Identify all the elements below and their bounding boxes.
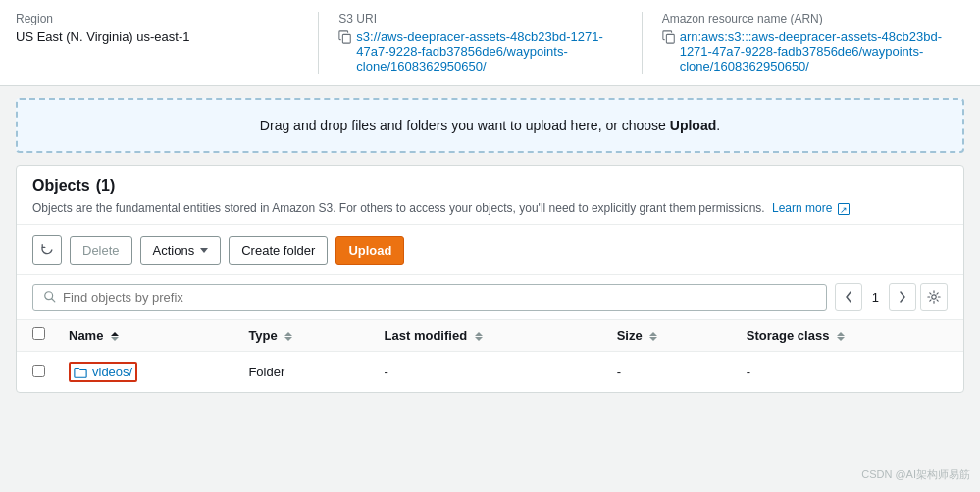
s3uri-label: S3 URI	[338, 12, 621, 25]
folder-link-highlighted[interactable]: videos/	[69, 362, 137, 382]
arn-label: Amazon resource name (ARN)	[662, 12, 945, 25]
prev-page-button[interactable]	[835, 283, 862, 311]
arn-section: Amazon resource name (ARN) arn:aws:s3:::…	[662, 12, 964, 74]
create-folder-button[interactable]: Create folder	[229, 236, 328, 265]
upload-button[interactable]: Upload	[335, 236, 404, 265]
svg-rect-1	[666, 34, 674, 43]
table-row: videos/ Folder - - -	[17, 352, 963, 393]
refresh-button[interactable]	[32, 235, 62, 265]
row-name-cell: videos/	[53, 352, 232, 393]
delete-button[interactable]: Delete	[70, 236, 132, 265]
search-icon	[43, 290, 57, 304]
col-type[interactable]: Type	[232, 320, 368, 352]
region-section: Region US East (N. Virginia) us-east-1	[16, 12, 319, 74]
search-bar: 1	[17, 275, 963, 320]
upload-zone-text: Drag and drop files and folders you want…	[260, 118, 720, 133]
toolbar: Delete Actions Create folder Upload	[17, 225, 963, 275]
actions-chevron-icon	[200, 248, 208, 253]
col-storage-class[interactable]: Storage class	[731, 320, 963, 352]
s3uri-value[interactable]: s3://aws-deepracer-assets-48cb23bd-1271-…	[338, 29, 621, 74]
name-sort-icon	[111, 332, 119, 341]
copy-icon-arn	[662, 30, 676, 44]
objects-title-row: Objects (1)	[32, 177, 948, 199]
pagination: 1	[835, 283, 948, 311]
objects-subtitle: Objects are the fundamental entities sto…	[32, 199, 948, 217]
col-name[interactable]: Name	[53, 320, 232, 352]
table-settings-button[interactable]	[920, 283, 948, 311]
col-name-label: Name	[69, 328, 103, 343]
col-size-label: Size	[617, 328, 643, 343]
table-header-row: Name Type Last modified	[17, 320, 963, 352]
objects-header: Objects (1) Objects are the fundamental …	[17, 166, 963, 225]
objects-title: Objects	[32, 177, 90, 195]
row-storage-class-cell: -	[731, 352, 963, 393]
row-name: videos/	[92, 365, 132, 379]
page-number: 1	[866, 290, 885, 305]
select-all-checkbox[interactable]	[32, 327, 45, 340]
col-size[interactable]: Size	[601, 320, 731, 352]
actions-button[interactable]: Actions	[140, 236, 222, 265]
chevron-left-icon	[845, 291, 852, 303]
type-sort-icon	[284, 332, 292, 341]
region-value: US East (N. Virginia) us-east-1	[16, 29, 298, 44]
copy-icon	[338, 30, 352, 44]
row-last-modified-cell: -	[369, 352, 601, 393]
size-sort-icon	[649, 332, 657, 341]
svg-rect-0	[343, 34, 351, 43]
upload-label-bold: Upload	[670, 118, 716, 133]
chevron-right-icon	[899, 291, 906, 303]
col-last-modified[interactable]: Last modified	[369, 320, 601, 352]
arn-value[interactable]: arn:aws:s3:::aws-deepracer-assets-48cb23…	[662, 29, 945, 74]
folder-link[interactable]: videos/	[69, 362, 217, 382]
col-type-label: Type	[248, 328, 277, 343]
s3uri-section: S3 URI s3://aws-deepracer-assets-48cb23b…	[338, 12, 642, 74]
next-page-button[interactable]	[889, 283, 916, 311]
learn-more-link[interactable]: Learn more	[772, 201, 832, 215]
row-checkbox[interactable]	[32, 365, 45, 377]
select-all-col	[17, 320, 53, 352]
folder-icon	[74, 366, 87, 379]
region-label: Region	[16, 12, 298, 25]
objects-count: (1)	[96, 177, 116, 195]
svg-point-3	[932, 295, 936, 299]
col-storage-class-label: Storage class	[747, 328, 830, 343]
storage-class-sort-icon	[837, 332, 845, 341]
settings-icon	[927, 290, 941, 304]
objects-panel: Objects (1) Objects are the fundamental …	[16, 165, 964, 393]
upload-zone[interactable]: Drag and drop files and folders you want…	[16, 98, 964, 153]
row-type-cell: Folder	[232, 352, 368, 393]
row-size-cell: -	[601, 352, 731, 393]
external-link-icon: ↗	[838, 203, 850, 215]
col-last-modified-label: Last modified	[385, 328, 468, 343]
search-input[interactable]	[63, 290, 816, 305]
search-input-wrapper[interactable]	[32, 284, 827, 311]
objects-table: Name Type Last modified	[17, 320, 963, 392]
row-check-col	[17, 352, 53, 393]
top-info-bar: Region US East (N. Virginia) us-east-1 S…	[0, 0, 980, 86]
refresh-icon	[40, 243, 54, 257]
last-modified-sort-icon	[475, 332, 483, 341]
